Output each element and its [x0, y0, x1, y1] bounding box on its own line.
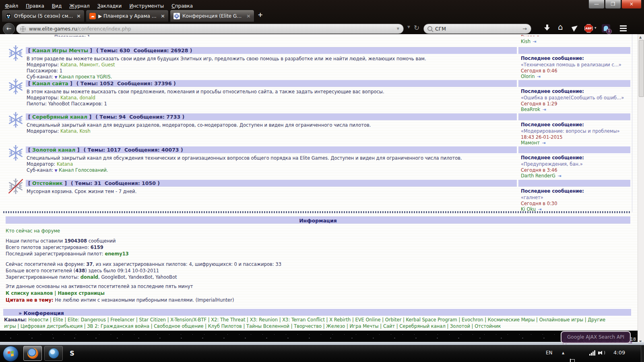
taskbar-thunderbird-button[interactable] [44, 346, 63, 361]
tab-close-icon[interactable]: × [161, 13, 165, 19]
footer-channel-link[interactable]: Творчество [294, 323, 322, 329]
footer-channel-link[interactable]: EVE Online [355, 317, 380, 323]
user-link[interactable]: Kish [521, 39, 530, 44]
scrollbar-thumb[interactable] [639, 40, 644, 97]
tab-close-icon[interactable]: × [76, 13, 81, 19]
action-center-flag-icon[interactable] [570, 359, 575, 362]
footer-channel-link[interactable]: Star Citizen [139, 317, 166, 323]
nav-link[interactable]: К списку каналов [6, 290, 53, 296]
nav-link[interactable]: Наверх страницы [58, 290, 105, 296]
tab-otbrosy[interactable]: Отбросы (5 сезон) смотрет... × [2, 10, 85, 22]
footer-channel-link[interactable]: Цифровая дистрибьюция [21, 323, 83, 329]
footer-channel-link[interactable]: Онлайновые игры [539, 317, 583, 323]
search-bar[interactable]: СГМ → [423, 24, 531, 34]
last-post-topic[interactable]: «галнет» [521, 195, 543, 200]
volume-icon[interactable] [598, 350, 605, 355]
new-tab-button[interactable]: + [258, 11, 263, 19]
footer-channel-link[interactable]: Свободное общение [154, 323, 203, 329]
tab-close-icon[interactable]: × [246, 13, 251, 19]
adblock-dropdown-icon[interactable]: ▾ [594, 26, 597, 30]
footer-channel-link[interactable]: Elite: Dangerous [68, 317, 106, 323]
menu-item[interactable]: Файл [5, 3, 18, 9]
reload-icon[interactable]: ↻ [414, 24, 419, 32]
channel-link[interactable]: Канал сайта [32, 80, 68, 86]
footer-channel-link[interactable]: Evochron [462, 317, 483, 323]
menu-item[interactable]: Правка [26, 3, 44, 9]
clock[interactable]: 4:09 [613, 350, 625, 356]
footer-channel-link[interactable]: Отстойник [475, 323, 501, 329]
user-link[interactable]: donald [80, 274, 98, 280]
url-dropdown-icon[interactable]: ▼ [397, 27, 399, 31]
goto-last-post-icon[interactable]: ⇥ [533, 39, 536, 44]
taskbar-skype-icon[interactable]: S [67, 348, 77, 359]
taskbar-firefox-button[interactable] [23, 346, 42, 361]
footer-channel-link[interactable]: X3: Reunion [250, 317, 278, 323]
menu-hamburger-icon[interactable] [620, 25, 627, 27]
home-icon[interactable]: ⌂ [558, 22, 563, 32]
who-is-online-link[interactable]: Кто сейчас на форуме [6, 228, 60, 234]
user-link[interactable]: Olorin [521, 74, 535, 79]
footer-channel-link[interactable]: Космические Миры [488, 317, 535, 323]
footer-channel-link[interactable]: X3: Terran Conflict [282, 317, 325, 323]
user-link[interactable]: Darth RenderG [521, 173, 555, 179]
close-button[interactable]: × [621, 0, 642, 9]
last-post-topic[interactable]: «Предупреждения, бан.» [521, 161, 583, 167]
back-button[interactable]: ← [3, 23, 15, 35]
footer-channel-link[interactable]: Kerbal Space Program [406, 317, 457, 323]
channel-link[interactable]: Золотой канал [32, 147, 75, 153]
footer-channel-link[interactable]: X2: The Threat [211, 317, 245, 323]
moderator-links[interactable]: Katana [57, 161, 73, 167]
scroll-up-icon[interactable]: ▲ [639, 35, 642, 39]
ghostery-icon[interactable]: 1 [602, 24, 610, 33]
moderator-links[interactable]: Katana, Мамонт, Guest [60, 62, 115, 68]
downloads-icon[interactable] [544, 25, 550, 31]
footer-channel-link[interactable]: Elite [53, 317, 63, 323]
start-button[interactable] [3, 346, 19, 362]
network-signal-icon[interactable] [589, 350, 595, 356]
footer-channel-link[interactable]: Freelancer [110, 317, 134, 323]
url-bar[interactable]: www.elite-games.ru/conference/index.php … [16, 24, 404, 34]
tray-expand-icon[interactable]: ▲ [562, 351, 564, 355]
channel-link[interactable]: Канал Игры Мечты [32, 47, 88, 53]
footer-channel-link[interactable]: Железо [326, 323, 345, 329]
user-link[interactable]: Мамонт [521, 140, 540, 146]
footer-channel-link[interactable]: Новости [28, 317, 48, 323]
adblock-icon[interactable]: ABP [584, 24, 593, 33]
google-ajax-badge[interactable]: Google AJAX Search API [561, 331, 631, 343]
menu-item[interactable]: Журнал [69, 3, 90, 9]
minimize-button[interactable]: — [588, 0, 605, 9]
footer-channel-link[interactable]: Золотой [450, 323, 470, 329]
menu-item[interactable]: Вид [52, 3, 62, 9]
search-go-icon[interactable]: → [522, 26, 527, 32]
language-indicator[interactable]: EN [546, 350, 553, 356]
goto-last-post-icon[interactable]: ⇥ [537, 74, 541, 79]
search-input[interactable]: СГМ [435, 26, 446, 32]
tab-soundcloud[interactable]: ☁ ▶ Планерка у Арама Габре... × [86, 10, 169, 22]
footer-channel-link[interactable]: Клуб Пилотов [208, 323, 242, 329]
goto-last-post-icon[interactable]: ⇥ [557, 173, 561, 179]
channel-link[interactable]: Серебряный канал [32, 114, 87, 120]
footer-channel-link[interactable]: Игра Мечты [349, 323, 378, 329]
footer-channel-link[interactable]: Orbiter [385, 317, 402, 323]
tab-conference-active[interactable]: Конференция (Elite Games) × [170, 10, 254, 22]
last-post-topic[interactable]: «Техническая помощь в реализации с...» [521, 62, 621, 68]
moderator-links[interactable]: Katana, donald [60, 95, 95, 101]
footer-channel-link[interactable]: Серебряный канал [399, 323, 445, 329]
footer-channel-link[interactable]: X Rebirth [329, 317, 351, 323]
last-post-topic[interactable]: «Ошибка в разделе(Сообщить об ошиб...» [521, 95, 624, 101]
restore-button[interactable]: ❐ [605, 0, 621, 9]
user-link[interactable]: BeaRrok [521, 107, 540, 112]
footer-channel-link[interactable]: X-Tension/X-BTF [170, 317, 206, 323]
scrollbar[interactable]: ▲ ▼ [638, 34, 644, 345]
subchannel-link[interactable]: Канал проекта YGRIS. [59, 74, 112, 80]
footer-channel-link[interactable]: ЗВ 2: Гражданская война [87, 323, 149, 329]
goto-last-post-icon[interactable]: ⇥ [542, 140, 545, 146]
menu-item[interactable]: Справка [171, 3, 193, 9]
last-post-topic[interactable]: «Модерирование: вопросы и проблемы» [521, 128, 620, 134]
menu-item[interactable]: Инструменты [129, 3, 164, 9]
subchannel-link[interactable]: Канал Голосований. [59, 167, 108, 173]
send-plane-icon[interactable] [572, 25, 578, 31]
footer-channel-link[interactable]: Сайт [383, 323, 395, 329]
moderator-links[interactable]: Katana, Kosh [60, 128, 91, 134]
history-dropdown-icon[interactable]: ▼ [407, 25, 410, 29]
